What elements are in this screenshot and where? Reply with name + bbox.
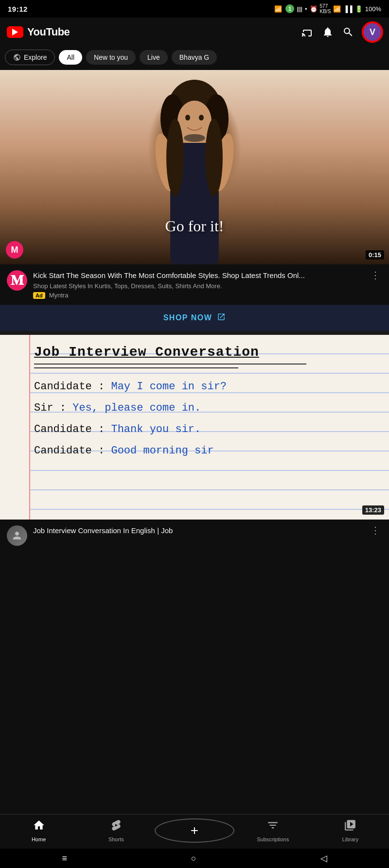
home-icon [33, 819, 45, 834]
notebook-title: Job Interview Conversation [34, 345, 374, 360]
logo-area: YouTube [7, 26, 70, 38]
message-icon: ▤ [297, 5, 302, 13]
ad-duration-badge: 0:15 [366, 250, 384, 260]
status-icons: 📶 1 ▤ • ⏰ 577KB/S 📶 ▐▐ 🔋 100% [274, 3, 381, 14]
ad-video-info: 𝐌 Kick Start The Season With The Most Co… [0, 264, 389, 305]
notebook-content: Job Interview Conversation Candidate : M… [0, 335, 389, 520]
ad-video-meta: Ad Myntra [33, 292, 363, 299]
android-menu-btn[interactable]: ≡ [62, 853, 67, 864]
avatar-placeholder [7, 525, 27, 546]
live-chip[interactable]: Live [140, 50, 168, 65]
subscriptions-label: Subscriptions [257, 836, 289, 842]
sim-icon: 📶 [274, 5, 282, 13]
shop-now-text: SHOP NOW [163, 313, 212, 322]
svg-point-6 [185, 115, 190, 121]
ad-video-card: Go for it! M 0:15 𝐌 Kick Start The Seaso… [0, 70, 389, 331]
subscriptions-icon [266, 819, 279, 834]
sim-badge: 1 [285, 4, 294, 13]
ad-thumbnail-bg [0, 70, 389, 264]
interview-video-card: Job Interview Conversation Candidate : M… [0, 335, 389, 552]
external-link-icon [217, 312, 226, 323]
library-icon [344, 819, 356, 834]
interview-thumbnail[interactable]: Job Interview Conversation Candidate : M… [0, 335, 389, 520]
nav-subscriptions-tab[interactable]: Subscriptions [234, 819, 312, 842]
svg-point-7 [199, 115, 204, 121]
ad-video-details: Kick Start The Season With The Most Comf… [33, 270, 363, 299]
bottom-navigation: Home Shorts + Subscriptions Library [0, 814, 389, 849]
svg-point-12 [166, 119, 184, 196]
notebook-line-3: Candidate : Thank you sir. [34, 420, 374, 439]
app-name: YouTube [27, 26, 70, 38]
interview-video-info: Job Interview Conversation In English | … [0, 520, 389, 552]
nav-home-tab[interactable]: Home [0, 819, 77, 842]
ad-more-button[interactable]: ⋮ [369, 269, 382, 281]
section-divider [0, 331, 389, 335]
create-button[interactable]: + [155, 818, 234, 843]
dot-icon: • [305, 5, 307, 13]
battery-percent: 100% [365, 5, 381, 13]
svg-point-13 [205, 119, 223, 196]
ad-thumbnail-container[interactable]: Go for it! M 0:15 [0, 70, 389, 264]
search-button[interactable] [342, 26, 354, 38]
home-label: Home [32, 836, 46, 842]
interview-video-title: Job Interview Conversation In English | … [33, 525, 363, 536]
ad-video-title: Kick Start The Season With The Most Comf… [33, 270, 363, 280]
android-navigation: ≡ ○ ◁ [0, 849, 389, 868]
alarm-icon: ⏰ [310, 5, 318, 13]
interview-video-details: Job Interview Conversation In English | … [33, 525, 363, 536]
top-navigation: YouTube V [0, 17, 389, 47]
new-to-you-chip[interactable]: New to you [86, 50, 136, 65]
shorts-icon [110, 819, 123, 834]
profile-avatar[interactable]: V [363, 22, 382, 42]
shop-now-banner[interactable]: SHOP NOW [0, 305, 389, 331]
bottom-spacer [0, 552, 389, 610]
ad-video-subtitle: Shop Latest Styles In Kurtis, Tops, Dres… [33, 282, 363, 290]
nav-shorts-tab[interactable]: Shorts [77, 819, 155, 842]
library-label: Library [342, 836, 359, 842]
ad-channel-name: Myntra [49, 292, 69, 299]
status-time: 19:12 [8, 5, 28, 13]
signal-icon: ▐▐ [343, 5, 352, 13]
ad-overlay-text: Go for it! [165, 217, 224, 235]
cast-button[interactable] [301, 26, 313, 38]
filter-chips-row: Explore All New to you Live Bhavya G [0, 47, 389, 70]
bhavya-chip[interactable]: Bhavya G [172, 50, 217, 65]
battery-icon: 🔋 [355, 5, 363, 13]
ad-person-silhouette [131, 80, 258, 264]
android-home-btn[interactable]: ○ [191, 853, 196, 864]
play-triangle [12, 29, 18, 35]
interview-channel-avatar[interactable] [7, 525, 27, 546]
all-chip[interactable]: All [59, 50, 82, 65]
notebook-line-4: Candidate : Good morning sir [34, 441, 374, 461]
notebook-line-2: Sir : Yes, please come in. [34, 399, 374, 418]
interview-more-button[interactable]: ⋮ [369, 524, 382, 536]
ad-channel-avatar[interactable]: 𝐌 [7, 270, 27, 291]
header-icons: V [301, 22, 382, 42]
ad-badge: Ad [33, 292, 45, 299]
status-bar: 19:12 📶 1 ▤ • ⏰ 577KB/S 📶 ▐▐ 🔋 100% [0, 0, 389, 17]
interview-duration: 13:23 [362, 505, 384, 515]
data-speed: 577KB/S [320, 3, 331, 14]
shorts-label: Shorts [108, 836, 124, 842]
notification-button[interactable] [322, 26, 334, 38]
notebook-line-1: Candidate : May I come in sir? [34, 377, 374, 397]
ad-brand-logo: M [6, 241, 23, 259]
android-back-btn[interactable]: ◁ [320, 853, 327, 864]
svg-point-8 [184, 134, 205, 142]
wifi-icon: 📶 [333, 5, 341, 13]
youtube-logo-icon [7, 26, 23, 38]
nav-library-tab[interactable]: Library [312, 819, 389, 842]
explore-chip[interactable]: Explore [5, 50, 55, 65]
